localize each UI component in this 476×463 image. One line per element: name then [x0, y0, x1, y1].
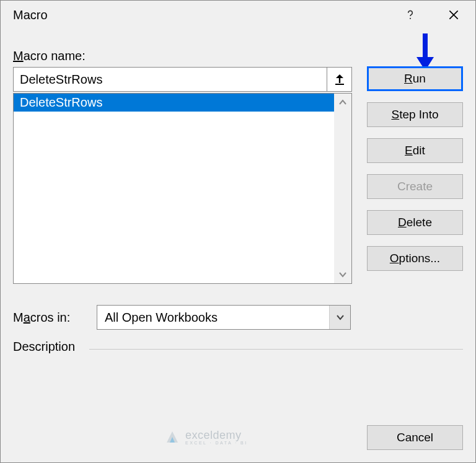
- step-into-button[interactable]: Step Into: [367, 102, 463, 127]
- watermark-subtext: EXCEL · DATA · BI: [185, 441, 248, 445]
- macro-name-label: Macro name:: [13, 49, 352, 63]
- chevron-down-icon: [339, 271, 346, 278]
- macro-dialog: Macro Macro name:: [0, 0, 476, 463]
- create-button: Create: [367, 174, 463, 199]
- close-button[interactable]: [432, 1, 475, 29]
- dialog-content: Macro name: DeleteStrRows: [1, 29, 475, 462]
- svg-marker-9: [170, 437, 175, 443]
- watermark-logo-icon: [164, 429, 180, 445]
- svg-point-0: [410, 18, 411, 19]
- combobox-value: All Open Workbooks: [97, 311, 329, 325]
- watermark: exceldemy EXCEL · DATA · BI: [164, 429, 248, 445]
- delete-button[interactable]: Delete: [367, 210, 463, 235]
- run-button[interactable]: Run: [367, 66, 463, 91]
- question-icon: [404, 9, 416, 21]
- macros-in-combobox[interactable]: All Open Workbooks: [97, 305, 351, 330]
- macro-listbox[interactable]: DeleteStrRows: [13, 93, 352, 284]
- svg-marker-8: [167, 431, 178, 443]
- list-item[interactable]: DeleteStrRows: [14, 94, 334, 112]
- description-separator: [89, 349, 463, 350]
- macro-name-input[interactable]: [13, 67, 327, 92]
- svg-marker-6: [336, 74, 343, 78]
- titlebar: Macro: [1, 1, 475, 29]
- description-label: Description: [13, 340, 84, 354]
- scroll-up-button[interactable]: [334, 94, 351, 111]
- options-button[interactable]: Options...: [367, 246, 463, 271]
- dialog-title: Macro: [13, 8, 389, 22]
- combobox-arrow[interactable]: [329, 306, 350, 329]
- edit-button[interactable]: Edit: [367, 138, 463, 163]
- help-button[interactable]: [389, 1, 432, 29]
- scroll-down-button[interactable]: [334, 266, 351, 283]
- chevron-down-icon: [336, 313, 345, 322]
- chevron-up-icon: [339, 99, 346, 106]
- watermark-text: exceldemy: [185, 430, 248, 441]
- close-icon: [447, 9, 460, 21]
- cancel-button[interactable]: Cancel: [367, 425, 463, 450]
- macros-in-label: Macros in:: [13, 311, 84, 325]
- collapse-icon: [333, 73, 346, 86]
- collapse-dialog-button[interactable]: [327, 67, 352, 92]
- listbox-scrollbar[interactable]: [334, 94, 351, 283]
